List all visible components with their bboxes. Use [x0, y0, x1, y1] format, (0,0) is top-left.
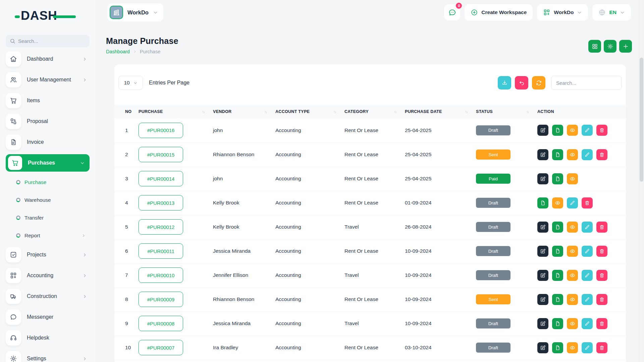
column-header-category[interactable]: CATEGORY↑↓ [344, 105, 405, 118]
create-workspace-button[interactable]: Create Workspace [465, 4, 533, 21]
purchase-number-button[interactable]: #PUR00009 [139, 292, 183, 307]
edit-square-button[interactable] [537, 173, 548, 184]
eye-button[interactable] [552, 197, 563, 208]
pencil-button[interactable] [582, 125, 593, 136]
edit-square-button[interactable] [537, 342, 548, 353]
purchase-number-button[interactable]: #PUR00012 [139, 219, 183, 235]
undo-button[interactable] [515, 76, 528, 89]
edit-square-button[interactable] [537, 246, 548, 257]
sidebar-item-messenger[interactable]: Messenger [0, 307, 95, 327]
gear-button[interactable] [604, 40, 616, 53]
grid-button[interactable] [588, 40, 601, 53]
file-button[interactable] [552, 318, 563, 329]
purchase-number-button[interactable]: #PUR00007 [139, 340, 183, 355]
edit-square-button[interactable] [537, 318, 548, 329]
purchase-number-button[interactable]: #PUR00014 [139, 171, 183, 186]
file-button[interactable] [552, 294, 563, 305]
sidebar-item-accounting[interactable]: Accounting [0, 265, 95, 286]
eye-button[interactable] [567, 246, 578, 257]
breadcrumb-dashboard[interactable]: Dashboard [106, 49, 130, 54]
purchase-number-button[interactable]: #PUR00015 [139, 147, 183, 162]
trash-button[interactable] [596, 246, 607, 257]
trash-button[interactable] [596, 270, 607, 281]
refresh-button[interactable] [532, 76, 545, 89]
pencil-button[interactable] [582, 294, 593, 305]
plus-button[interactable] [619, 40, 632, 53]
pencil-button[interactable] [567, 197, 578, 208]
trash-button[interactable] [596, 149, 607, 160]
edit-square-button[interactable] [537, 125, 548, 136]
eye-button[interactable] [567, 294, 578, 305]
trash-button[interactable] [596, 222, 607, 233]
sidebar-item-items[interactable]: Items [0, 90, 95, 111]
trash-button[interactable] [596, 294, 607, 305]
column-header-purchase[interactable]: PURCHASE↑↓ [139, 105, 213, 118]
file-button[interactable] [552, 222, 563, 233]
file-button[interactable] [552, 149, 563, 160]
trash-button[interactable] [582, 197, 593, 208]
sidebar-item-settings[interactable]: Settings [0, 348, 95, 362]
purchase-number-button[interactable]: #PUR00011 [139, 243, 183, 259]
column-header-account-type[interactable]: ACCOUNT TYPE↑↓ [275, 105, 344, 118]
edit-square-button[interactable] [537, 294, 548, 305]
sidebar-item-projects[interactable]: Projects [0, 244, 95, 265]
column-header-status[interactable]: STATUS↑↓ [476, 105, 537, 118]
purchase-number-button[interactable]: #PUR00010 [139, 267, 183, 283]
eye-button[interactable] [567, 318, 578, 329]
edit-square-button[interactable] [537, 270, 548, 281]
sidebar-item-invoice[interactable]: Invoice [0, 132, 95, 153]
pencil-button[interactable] [582, 246, 593, 257]
logo-text: DASH [21, 9, 57, 22]
pencil-button[interactable] [582, 222, 593, 233]
table-search-input[interactable] [551, 76, 622, 90]
scrollbar-thumb[interactable] [640, 58, 643, 182]
sidebar-search-input[interactable] [18, 38, 86, 44]
eye-button[interactable] [567, 342, 578, 353]
sidebar-subitem-transfer[interactable]: Transfer [0, 209, 95, 227]
sidebar-item-helpdesk[interactable]: Helpdesk [0, 327, 95, 348]
edit-square-button[interactable] [537, 149, 548, 160]
scrollbar-track[interactable] [639, 0, 644, 362]
download-button[interactable] [498, 76, 511, 89]
sidebar-subitem-report[interactable]: Report [0, 227, 95, 244]
language-selector[interactable]: EN [592, 4, 631, 21]
messages-button[interactable]: 0 [444, 4, 460, 20]
sidebar-search[interactable] [6, 35, 90, 47]
file-button[interactable] [537, 197, 548, 208]
sidebar-subitem-purchase[interactable]: Purchase [0, 173, 95, 191]
trash-button[interactable] [596, 318, 607, 329]
sidebar-item-purchases[interactable]: Purchases [6, 154, 90, 172]
pencil-button[interactable] [582, 149, 593, 160]
file-button[interactable] [552, 173, 563, 184]
entries-per-page-select[interactable]: 10 [118, 76, 143, 90]
file-button[interactable] [552, 270, 563, 281]
eye-button[interactable] [567, 173, 578, 184]
purchase-number-button[interactable]: #PUR00013 [139, 195, 183, 210]
file-button[interactable] [552, 342, 563, 353]
column-header-purchase-date[interactable]: PURCHASE DATE↑↓ [405, 105, 476, 118]
brand-logo[interactable]: DASH [21, 9, 78, 25]
sidebar-subitem-warehouse[interactable]: Warehouse [0, 191, 95, 209]
user-menu-button[interactable]: WorkDo [537, 4, 588, 21]
sidebar-item-proposal[interactable]: Proposal [0, 111, 95, 132]
pencil-button[interactable] [582, 270, 593, 281]
file-button[interactable] [552, 125, 563, 136]
file-button[interactable] [552, 246, 563, 257]
sidebar-item-user-management[interactable]: User Management [0, 69, 95, 90]
eye-button[interactable] [567, 125, 578, 136]
swap-icon-tile [6, 114, 21, 129]
eye-button[interactable] [567, 270, 578, 281]
purchase-number-button[interactable]: #PUR00016 [139, 123, 183, 138]
pencil-button[interactable] [582, 342, 593, 353]
purchase-number-button[interactable]: #PUR00008 [139, 316, 183, 331]
trash-button[interactable] [596, 342, 607, 353]
sidebar-item-construction[interactable]: Construction [0, 286, 95, 307]
column-header-vendor[interactable]: VENDOR↑↓ [213, 105, 275, 118]
eye-button[interactable] [567, 222, 578, 233]
trash-button[interactable] [596, 125, 607, 136]
workspace-switcher[interactable]: WorkDo [107, 3, 163, 21]
sidebar-item-dashboard[interactable]: Dashboard [0, 49, 95, 69]
edit-square-button[interactable] [537, 222, 548, 233]
pencil-button[interactable] [582, 318, 593, 329]
eye-button[interactable] [567, 149, 578, 160]
